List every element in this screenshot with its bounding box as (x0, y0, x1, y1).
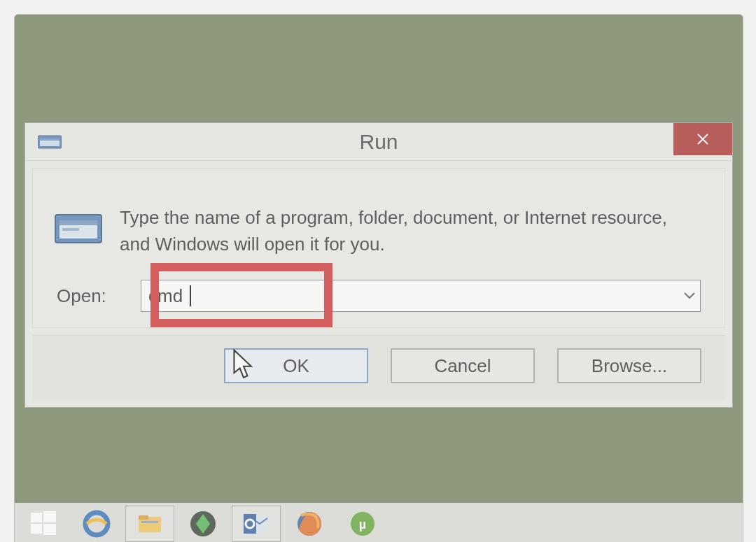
taskbar-item-ie[interactable] (72, 506, 121, 542)
taskbar: µ (15, 503, 743, 542)
outlook-icon (241, 508, 272, 539)
dialog-title: Run (25, 130, 732, 154)
windows-icon (28, 508, 59, 539)
desktop-area: Run Type the name of a progr (14, 14, 743, 542)
open-input-wrap (141, 280, 701, 312)
svg-rect-8 (62, 228, 79, 231)
cancel-button[interactable]: Cancel (391, 348, 535, 383)
open-input[interactable] (141, 280, 701, 312)
open-row: Open: (57, 280, 701, 312)
taskbar-item-firefox[interactable] (285, 506, 334, 542)
taskbar-item-app[interactable]: µ (338, 506, 387, 542)
run-icon (38, 134, 62, 150)
run-dialog: Run Type the name of a progr (24, 122, 733, 408)
taskbar-item-sims[interactable] (178, 506, 227, 542)
svg-rect-12 (43, 524, 56, 535)
close-icon (696, 132, 710, 146)
svg-rect-11 (31, 524, 42, 534)
svg-rect-15 (139, 515, 148, 520)
green-circle-icon: µ (347, 508, 378, 539)
diamond-icon (188, 508, 218, 539)
open-label: Open: (57, 285, 121, 307)
titlebar[interactable]: Run (25, 123, 732, 161)
dialog-body: Type the name of a program, folder, docu… (32, 168, 725, 328)
button-row: OK Cancel Browse... (32, 335, 725, 400)
svg-rect-9 (31, 513, 42, 522)
svg-rect-7 (59, 220, 97, 225)
instruction-text: Type the name of a program, folder, docu… (120, 205, 701, 257)
info-row: Type the name of a program, folder, docu… (57, 205, 701, 257)
svg-rect-2 (40, 138, 59, 141)
folder-icon (134, 508, 165, 539)
svg-rect-16 (141, 521, 158, 523)
close-button[interactable] (673, 123, 732, 155)
run-icon-large (54, 209, 103, 247)
firefox-icon (294, 508, 325, 539)
taskbar-item-outlook[interactable] (232, 506, 281, 542)
ok-button[interactable]: OK (224, 348, 368, 383)
taskbar-item-explorer[interactable] (125, 506, 174, 542)
start-button[interactable] (19, 506, 68, 542)
ie-icon (81, 508, 112, 539)
browse-button[interactable]: Browse... (557, 348, 701, 383)
svg-rect-10 (43, 511, 56, 522)
svg-text:µ: µ (359, 518, 366, 532)
